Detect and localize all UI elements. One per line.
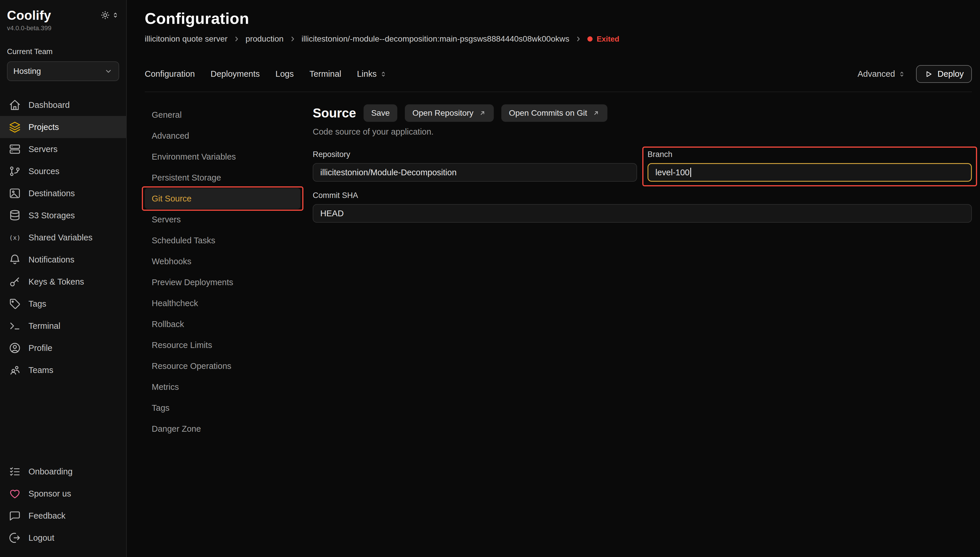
subnav-label: Webhooks	[152, 257, 192, 266]
status-label: Exited	[596, 34, 619, 44]
sidebar-item-terminal[interactable]: Terminal	[0, 315, 126, 337]
breadcrumb-environment[interactable]: production	[245, 34, 284, 44]
sidebar-item-keys-tokens[interactable]: Keys & Tokens	[0, 270, 126, 293]
sidebar-item-notifications[interactable]: Notifications	[0, 249, 126, 270]
sidebar-item-teams[interactable]: Teams	[0, 359, 126, 381]
breadcrumb-project[interactable]: illicitonion quote server	[145, 34, 228, 44]
home-icon	[9, 99, 21, 111]
tab-terminal[interactable]: Terminal	[309, 69, 341, 79]
sidebar-item-logout[interactable]: Logout	[0, 527, 126, 549]
subnav-item-rollback[interactable]: Rollback	[145, 314, 301, 335]
subnav-item-environment-variables[interactable]: Environment Variables	[145, 146, 301, 167]
open-commits-label: Open Commits on Git	[509, 108, 587, 118]
sidebar-item-label: Projects	[28, 122, 59, 132]
team-select[interactable]: Hosting	[7, 61, 119, 81]
terminal-icon	[9, 320, 21, 332]
config-subnav: General Advanced Environment Variables P…	[145, 104, 301, 439]
branch-input[interactable]: level-100	[647, 163, 972, 182]
repository-label: Repository	[313, 150, 637, 159]
tab-label: Configuration	[145, 69, 195, 79]
app-logo[interactable]: Coolify	[7, 8, 51, 23]
sidebar-item-servers[interactable]: Servers	[0, 138, 126, 160]
text-cursor	[690, 168, 691, 177]
source-header: Source Save Open Repository Open Commits…	[313, 104, 972, 122]
sidebar-item-label: Terminal	[28, 321, 60, 331]
sidebar-item-dashboard[interactable]: Dashboard	[0, 94, 126, 116]
subnav-label: General	[152, 110, 182, 120]
subnav-item-healthcheck[interactable]: Healthcheck	[145, 293, 301, 314]
chevron-right-icon	[233, 35, 241, 43]
sidebar-item-onboarding[interactable]: Onboarding	[0, 461, 126, 482]
commit-sha-value: HEAD	[320, 209, 344, 218]
subnav-label: Scheduled Tasks	[152, 236, 215, 245]
bell-icon	[9, 254, 21, 266]
repository-input[interactable]: illicitestonion/Module-Decomposition	[313, 163, 637, 182]
sidebar-item-projects[interactable]: Projects	[0, 116, 126, 138]
repository-field: Repository illicitestonion/Module-Decomp…	[313, 150, 637, 182]
subnav-item-git-source[interactable]: Git Source	[145, 188, 301, 209]
sidebar-item-profile[interactable]: Profile	[0, 337, 126, 359]
tab-logs[interactable]: Logs	[276, 69, 294, 79]
commit-sha-label: Commit SHA	[313, 191, 972, 200]
subnav-item-advanced[interactable]: Advanced	[145, 125, 301, 146]
advanced-label: Advanced	[858, 69, 895, 79]
save-button[interactable]: Save	[364, 104, 397, 122]
open-repository-button[interactable]: Open Repository	[405, 104, 494, 122]
sidebar-item-label: Destinations	[28, 189, 75, 198]
open-commits-button[interactable]: Open Commits on Git	[501, 104, 608, 122]
chevron-right-icon	[289, 35, 296, 43]
theme-switcher[interactable]	[101, 10, 119, 20]
tab-label: Links	[357, 69, 377, 79]
breadcrumb-application[interactable]: illicitestonion/-module--decomposition:m…	[302, 34, 569, 44]
subnav-item-servers[interactable]: Servers	[145, 209, 301, 230]
tabs: Configuration Deployments Logs Terminal …	[145, 69, 387, 79]
subnav-item-metrics[interactable]: Metrics	[145, 376, 301, 397]
tab-deployments[interactable]: Deployments	[211, 69, 260, 79]
sidebar-item-sources[interactable]: Sources	[0, 160, 126, 182]
subnav-label: Resource Limits	[152, 340, 212, 350]
configuration-content: General Advanced Environment Variables P…	[145, 104, 972, 439]
git-icon	[9, 165, 21, 178]
save-label: Save	[371, 108, 390, 118]
current-team-label: Current Team	[7, 47, 119, 56]
tab-label: Logs	[276, 69, 294, 79]
chevrons-up-down-icon	[380, 70, 387, 78]
subnav-item-tags[interactable]: Tags	[145, 397, 301, 419]
subnav-item-general[interactable]: General	[145, 104, 301, 125]
subnav-label: Git Source	[152, 194, 192, 204]
breadcrumb: illicitonion quote server production ill…	[145, 34, 972, 44]
sidebar-item-label: Shared Variables	[28, 233, 93, 243]
deploy-button[interactable]: Deploy	[916, 65, 972, 83]
subnav-item-resource-operations[interactable]: Resource Operations	[145, 355, 301, 376]
tab-configuration[interactable]: Configuration	[145, 69, 195, 79]
sidebar-item-sponsor[interactable]: Sponsor us	[0, 482, 126, 505]
tab-label: Deployments	[211, 69, 260, 79]
sidebar-item-destinations[interactable]: Destinations	[0, 182, 126, 204]
subnav-item-preview-deployments[interactable]: Preview Deployments	[145, 272, 301, 293]
coolify-app: Coolify v4.0.0-beta.399 Current Team Hos…	[0, 0, 980, 557]
branch-value: level-100	[655, 168, 690, 178]
tab-links[interactable]: Links	[357, 69, 387, 79]
chevron-right-icon	[575, 35, 582, 43]
heart-icon	[9, 487, 21, 500]
sidebar-item-tags[interactable]: Tags	[0, 293, 126, 315]
sidebar-item-shared-variables[interactable]: (x) Shared Variables	[0, 226, 126, 249]
subnav-item-scheduled-tasks[interactable]: Scheduled Tasks	[145, 230, 301, 251]
onboarding-icon	[9, 466, 21, 478]
feedback-icon	[9, 510, 21, 522]
sidebar-item-s3-storages[interactable]: S3 Storages	[0, 204, 126, 226]
subnav-item-webhooks[interactable]: Webhooks	[145, 251, 301, 272]
subnav-item-danger-zone[interactable]: Danger Zone	[145, 419, 301, 439]
sidebar-item-feedback[interactable]: Feedback	[0, 505, 126, 527]
sidebar-item-label: Logout	[28, 533, 54, 543]
subnav-item-persistent-storage[interactable]: Persistent Storage	[145, 167, 301, 188]
advanced-dropdown[interactable]: Advanced	[858, 69, 905, 79]
sidebar-item-label: Profile	[28, 343, 52, 353]
subnav-label: Persistent Storage	[152, 173, 221, 182]
sun-icon[interactable]	[101, 10, 110, 20]
subnav-item-resource-limits[interactable]: Resource Limits	[145, 335, 301, 355]
commit-sha-input[interactable]: HEAD	[313, 204, 972, 223]
deploy-label: Deploy	[938, 69, 964, 79]
tab-label: Terminal	[309, 69, 341, 79]
chevrons-up-down-icon[interactable]	[112, 11, 119, 19]
